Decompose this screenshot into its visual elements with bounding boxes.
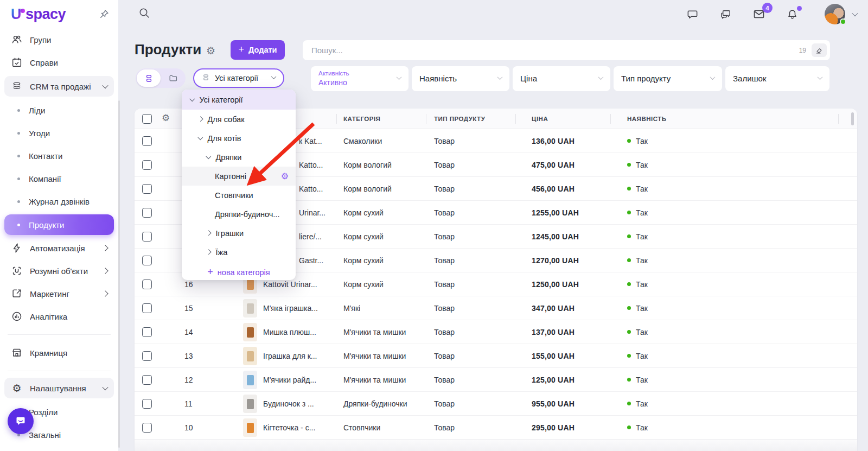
clear-filters-button[interactable] (812, 43, 827, 57)
category-option-усі-категорії[interactable]: Усі категорії (182, 90, 296, 110)
filter-наявність[interactable]: Наявність (412, 66, 509, 91)
chevron-down-icon (102, 82, 108, 88)
category-option-їжа[interactable]: Їжа (182, 243, 296, 262)
chevron-down-icon (198, 135, 203, 139)
product-category: М'ячики та мишки (343, 376, 406, 384)
product-price: 125,00 UAH (532, 376, 575, 384)
filter-ціна[interactable]: Ціна (513, 66, 610, 91)
filters-row: АктивністьАктивноНаявністьЦінаТип продук… (311, 66, 829, 91)
category-option-картонні[interactable]: Картонні⚙ (182, 167, 296, 186)
product-type: Товар (434, 137, 455, 145)
row-checkbox[interactable] (142, 232, 152, 242)
row-checkbox[interactable] (142, 184, 152, 194)
bullet-icon (17, 109, 20, 112)
product-price: 137,00 UAH (532, 328, 575, 336)
table-row[interactable]: 12М'ячики райд...М'ячики та мишкиТовар12… (135, 368, 857, 392)
table-row[interactable]: 11Будиночок з ...Дряпки-будиночкиТовар95… (135, 392, 857, 416)
column-header[interactable]: ЦІНА (532, 116, 548, 122)
logo-dot (21, 9, 25, 13)
sidebar-item-компанії[interactable]: Компанії (4, 167, 114, 190)
sidebar-item-маркетинг[interactable]: Маркетинг (4, 282, 114, 305)
category-option-іграшки[interactable]: Іграшки (182, 224, 296, 243)
filter-label: Тип продукту (621, 74, 671, 83)
product-price: 295,00 UAH (532, 423, 575, 432)
category-option-для-котів[interactable]: Для котів (182, 129, 296, 148)
row-checkbox[interactable] (142, 160, 152, 170)
sidebar-scrollbar[interactable] (118, 100, 120, 448)
support-chat-button[interactable] (8, 408, 34, 434)
row-checkbox[interactable] (142, 256, 152, 265)
product-price: 955,00 UAH (532, 399, 575, 408)
chevron-right-icon (102, 245, 108, 251)
mail-icon[interactable]: 4 (752, 8, 765, 21)
sidebar-item-журнал-дзвінків[interactable]: Журнал дзвінків (4, 190, 114, 213)
filter-залишок[interactable]: Залишок (725, 66, 829, 91)
sidebar-item-продукти[interactable]: Продукти (4, 214, 114, 235)
row-checkbox[interactable] (142, 136, 152, 146)
category-option-стовпчики[interactable]: Стовпчики (182, 186, 296, 205)
sidebar-item-ліди[interactable]: Ліди (4, 99, 114, 122)
product-availability: Так (627, 328, 648, 336)
filter-тип-продукту[interactable]: Тип продукту (614, 66, 722, 91)
table-row[interactable]: 14Мишка плюш...М'ячики та мишкиТовар137,… (135, 320, 857, 344)
comment-icon[interactable] (686, 8, 699, 21)
row-checkbox[interactable] (142, 375, 152, 385)
search-icon[interactable] (138, 7, 151, 22)
select-all-checkbox[interactable] (142, 114, 152, 124)
filter-активність[interactable]: АктивністьАктивно (311, 66, 409, 91)
category-option-для-собак[interactable]: Для собак (182, 110, 296, 129)
column-header[interactable]: КАТЕГОРІЯ (343, 116, 380, 122)
bell-icon[interactable] (786, 8, 799, 21)
row-checkbox[interactable] (142, 208, 152, 218)
bullet-icon (17, 224, 20, 226)
product-name: Katto... (299, 185, 323, 193)
category-settings-gear-icon[interactable]: ⚙ (281, 172, 289, 181)
category-select[interactable]: Усі категорії (193, 68, 284, 88)
sidebar-item-угоди[interactable]: Угоди (4, 122, 114, 144)
product-price: 1255,00 UAH (532, 208, 579, 217)
row-number: 10 (184, 423, 193, 432)
page-settings-gear-icon[interactable]: ⚙ (206, 46, 215, 56)
add-product-button[interactable]: +Додати (231, 40, 285, 60)
category-option-дряпки-будиноч-[interactable]: Дряпки-будиноч... (182, 205, 296, 224)
row-checkbox[interactable] (142, 280, 152, 289)
sidebar-item-контакти[interactable]: Контакти (4, 144, 114, 167)
smart-objects-icon (11, 265, 23, 277)
sidebar-item-crm-та-продажі[interactable]: CRM та продажі (4, 76, 114, 97)
product-category: Смаколики (343, 137, 382, 145)
table-row[interactable]: 10Кігтеточка - с...СтовпчикиТовар295,00 … (135, 416, 857, 440)
table-scrollbar[interactable] (851, 112, 854, 125)
sidebar-item-справи[interactable]: Справи (4, 51, 114, 74)
profile-chevron-down-icon[interactable] (852, 10, 858, 16)
sidebar-item-налаштування[interactable]: ⚙Налаштування (4, 378, 114, 398)
sidebar-item-групи[interactable]: Групи (4, 28, 114, 51)
category-option-label: Усі категорії (200, 96, 243, 104)
sidebar-item-аналітика[interactable]: Аналітика (4, 305, 114, 328)
chats-icon[interactable] (719, 8, 732, 21)
pin-icon[interactable] (99, 9, 110, 20)
sidebar-item-крамниця[interactable]: Крамниця (4, 341, 114, 364)
new-category-button[interactable]: +нова категорія (182, 262, 296, 280)
uspacy-logo[interactable]: Uspacy (11, 6, 66, 23)
row-checkbox[interactable] (142, 351, 152, 361)
table-settings-gear-icon[interactable]: ⚙ (162, 113, 170, 123)
row-checkbox[interactable] (142, 327, 152, 337)
column-header[interactable]: ТИП ПРОДУКТУ (434, 116, 485, 122)
sidebar-item-розумні-об'єкти[interactable]: Розумні об'єкти (4, 259, 114, 282)
row-checkbox[interactable] (142, 303, 152, 313)
table-row[interactable]: 15М'яка іграшка...М'якіТовар347,00 UAHТа… (135, 296, 857, 320)
product-category: Корм сухий (343, 208, 384, 217)
page-title: Продукти (135, 41, 201, 58)
category-option-дряпки[interactable]: Дряпки (182, 148, 296, 167)
avatar[interactable] (825, 4, 845, 24)
table-row[interactable]: 13Іграшка для к...М'ячики та мишкиТовар1… (135, 344, 857, 368)
search-input[interactable] (311, 46, 799, 55)
row-checkbox[interactable] (142, 423, 152, 433)
column-header[interactable]: НАЯВНІСТЬ (627, 116, 667, 122)
sidebar-item-автоматизація[interactable]: Автоматизація (4, 237, 114, 259)
row-checkbox[interactable] (142, 399, 152, 409)
list-view-button[interactable] (137, 69, 161, 87)
category-option-label: Іграшки (216, 229, 244, 238)
folder-view-button[interactable] (161, 68, 186, 88)
chevron-right-icon (198, 117, 203, 122)
